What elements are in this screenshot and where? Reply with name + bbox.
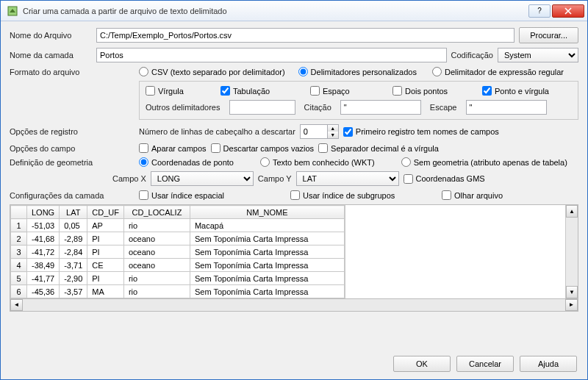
file-name-input[interactable] [96, 28, 514, 43]
row-number: 6 [11, 285, 27, 298]
help-button[interactable]: ? [528, 4, 551, 18]
quote-input[interactable] [340, 100, 421, 115]
delimiter-group: Vírgula Tabulação Espaço Dois pontos Pon… [139, 81, 578, 120]
table-cell: PI [87, 245, 124, 259]
delim-comma-check[interactable]: Vírgula [146, 86, 212, 96]
skip-lines-spinner[interactable]: ▲▼ [300, 124, 339, 139]
row-number: 3 [11, 245, 27, 259]
table-cell: Macapá [190, 219, 344, 232]
geom-none-radio[interactable]: Sem geometria (atributo apenas de tabela… [401, 157, 567, 167]
escape-input[interactable] [466, 100, 547, 115]
column-header[interactable]: CD_LOCALIZ [123, 206, 190, 219]
horizontal-scrollbar[interactable]: ◄► [10, 299, 578, 312]
vertical-scrollbar[interactable]: ▲▼ [565, 205, 578, 298]
table-cell: rio [123, 285, 190, 298]
format-custom-radio[interactable]: Delimitadores personalizados [298, 67, 417, 76]
table-cell: CE [87, 259, 124, 272]
x-field-label: Campo X [112, 174, 146, 183]
spin-down-icon[interactable]: ▼ [328, 132, 338, 138]
table-cell: -41,72 [27, 245, 60, 259]
table-cell: Sem Toponímia Carta Impressa [190, 232, 344, 245]
table-row[interactable]: 3-41,72-2,84PIoceanoSem Toponímia Carta … [11, 245, 345, 259]
quote-label: Citação [304, 103, 331, 112]
table-cell: -2,90 [60, 272, 87, 285]
file-name-label: Nome do Arquivo [10, 31, 92, 40]
table-cell: PI [87, 272, 124, 285]
layer-name-label: Nome da camada [10, 51, 92, 60]
layer-name-input[interactable] [96, 48, 447, 62]
geom-point-radio[interactable]: Coordenadas de ponto [139, 157, 234, 167]
cancel-button[interactable]: Cancelar [456, 356, 514, 372]
dialog-footer: OK Cancelar Ajuda [1, 348, 587, 379]
table-row[interactable]: 5-41,77-2,90PIrioSem Toponímia Carta Imp… [11, 272, 345, 285]
table-cell: -41,77 [27, 272, 60, 285]
spatial-index-check[interactable]: Usar índice espacial [139, 190, 286, 200]
scroll-up-icon[interactable]: ▲ [566, 205, 578, 218]
column-header[interactable]: CD_UF [87, 206, 124, 219]
ok-button[interactable]: OK [393, 356, 451, 372]
table-cell: -41,68 [27, 232, 60, 245]
subset-index-check[interactable]: Usar índice de subgrupos [290, 190, 437, 200]
other-delim-label: Outros delimitadores [146, 103, 220, 112]
row-header-corner[interactable] [11, 206, 27, 219]
table-cell: -38,49 [27, 259, 60, 272]
table-row[interactable]: 2-41,68-2,89PIoceanoSem Toponímia Carta … [11, 232, 345, 245]
format-regex-radio[interactable]: Delimitador de expressão regular [432, 67, 564, 76]
geom-wkt-radio[interactable]: Texto bem conhecido (WKT) [260, 157, 375, 167]
encoding-select[interactable]: System [498, 48, 578, 62]
other-delim-input[interactable] [229, 100, 295, 115]
table-cell: Sem Toponímia Carta Impressa [190, 245, 344, 259]
layer-settings-label: Configurações da camada [10, 191, 135, 200]
table-cell: MA [87, 285, 124, 298]
spin-up-icon[interactable]: ▲ [328, 125, 338, 132]
table-cell: -51,03 [27, 219, 60, 232]
table-cell: 0,05 [60, 219, 87, 232]
close-button[interactable] [552, 4, 584, 18]
titlebar: Criar uma camada a partir de arquivo de … [1, 1, 587, 21]
column-header[interactable]: LONG [27, 206, 60, 219]
delim-colon-check[interactable]: Dois pontos [392, 86, 473, 96]
browse-button[interactable]: Procurar... [519, 27, 578, 43]
y-field-label: Campo Y [258, 174, 292, 183]
scroll-down-icon[interactable]: ▼ [566, 286, 578, 298]
table-cell: rio [123, 272, 190, 285]
geometry-label: Definição de geometria [10, 158, 135, 167]
field-options-label: Opções do campo [10, 144, 135, 153]
help-footer-button[interactable]: Ajuda [520, 356, 577, 372]
scroll-right-icon[interactable]: ► [565, 299, 578, 311]
column-header[interactable]: NM_NOME [190, 206, 344, 219]
table-row[interactable]: 4-38,49-3,71CEoceanoSem Toponímia Carta … [11, 259, 345, 272]
row-number: 5 [11, 272, 27, 285]
table-cell: oceano [123, 259, 190, 272]
delim-semicolon-check[interactable]: Ponto e vírgula [482, 86, 549, 96]
encoding-label: Codificação [451, 51, 493, 60]
escape-label: Escape [430, 103, 457, 112]
table-cell: Sem Toponímia Carta Impressa [190, 272, 344, 285]
format-csv-radio[interactable]: CSV (texto separado por delimitador) [139, 67, 285, 76]
x-field-select[interactable]: LONG [151, 171, 254, 186]
table-cell: rio [123, 219, 190, 232]
table-cell: -45,36 [27, 285, 60, 298]
dialog-window: Criar uma camada a partir de arquivo de … [0, 0, 588, 380]
dms-check[interactable]: Coordenadas GMS [404, 174, 485, 184]
watch-file-check[interactable]: Olhar arquivo [442, 190, 503, 200]
scroll-left-icon[interactable]: ◄ [10, 299, 23, 311]
discard-empty-check[interactable]: Descartar campos vazios [211, 143, 315, 153]
delim-space-check[interactable]: Espaço [310, 86, 384, 96]
table-cell: Sem Toponímia Carta Impressa [190, 285, 344, 298]
table-row[interactable]: 1-51,030,05APrioMacapá [11, 219, 345, 232]
file-format-label: Formato do arquivo [10, 68, 135, 76]
first-record-names-check[interactable]: Primeiro registro tem nomes de campos [343, 127, 499, 137]
table-cell: oceano [123, 245, 190, 259]
skip-lines-label: Número de linhas de cabeçalho a descarta… [139, 127, 295, 136]
table-cell: -2,89 [60, 232, 87, 245]
column-header[interactable]: LAT [60, 206, 87, 219]
table-cell: -3,57 [60, 285, 87, 298]
y-field-select[interactable]: LAT [296, 171, 399, 186]
row-number: 4 [11, 259, 27, 272]
table-cell: oceano [123, 232, 190, 245]
decimal-comma-check[interactable]: Separador decimal é a vírgula [318, 143, 439, 153]
table-row[interactable]: 6-45,36-3,57MArioSem Toponímia Carta Imp… [11, 285, 345, 298]
trim-fields-check[interactable]: Aparar campos [139, 143, 207, 153]
delim-tab-check[interactable]: Tabulação [220, 86, 301, 96]
